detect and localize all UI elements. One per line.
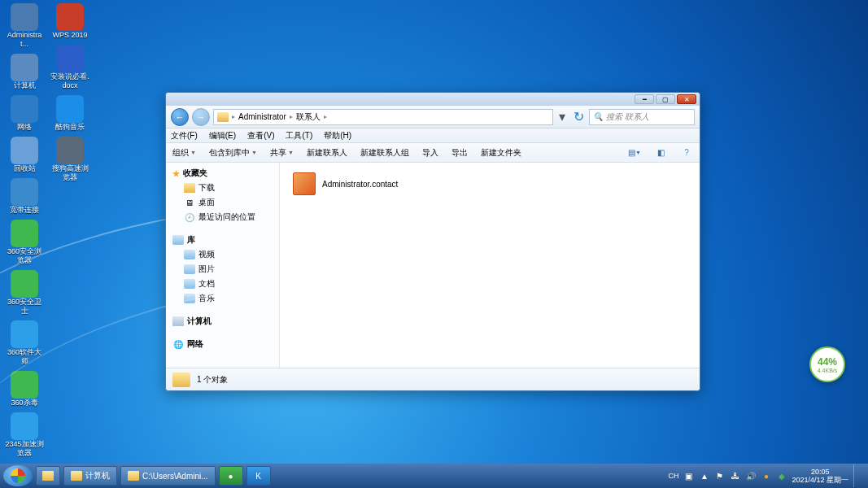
content-pane[interactable]: Administrator.contact [280,163,700,368]
new-group-button[interactable]: 新建联系人组 [360,147,409,159]
flag-icon[interactable]: ⚑ [714,471,725,481]
desktop-icon[interactable]: 网络 [5,95,44,132]
2345-icon [11,412,38,440]
share-button[interactable]: 共享▼ [270,147,294,159]
desktop-icon-label: 360安全浏览器 [5,247,44,265]
close-button[interactable]: ✕ [677,94,696,104]
maximize-button[interactable]: ▢ [656,94,675,104]
nav-bar: ← → ▸ Administrator ▸ 联系人 ▸ ▾ ↻ 🔍 搜索 联系人 [166,106,700,129]
desktop-icon-label: 360安全卫士 [5,298,44,316]
desktop-icon[interactable]: 360杀毒 [5,371,44,407]
sidebar-item-videos[interactable]: 视频 [166,247,279,262]
network-group[interactable]: 🌐网络 [166,337,279,351]
clock[interactable]: 20:05 2021/4/12 星期一 [792,468,848,484]
desktop-icon[interactable]: 360安全浏览器 [5,220,44,265]
libraries-group[interactable]: 库 [166,233,279,247]
desktop-icon-label: 回收站 [14,164,36,173]
taskbar-item-app[interactable]: ● [219,466,243,486]
show-desktop-button[interactable] [853,464,861,487]
export-button[interactable]: 导出 [451,147,468,159]
back-button[interactable]: ← [171,108,189,126]
desktop-icon[interactable]: 搜狗高速浏览器 [50,137,89,182]
file-item[interactable]: Administrator.contact [291,171,688,197]
network-tray-icon[interactable]: 🖧 [730,471,740,481]
explorer-window: ━ ▢ ✕ ← → ▸ Administrator ▸ 联系人 ▸ ▾ ↻ 🔍 … [165,92,700,391]
minimize-button[interactable]: ━ [635,94,654,104]
include-lib-button[interactable]: 包含到库中▼ [209,147,257,159]
wps-icon [56,3,84,31]
menu-help[interactable]: 帮助(H) [324,130,351,142]
desktop-icon-label: 安装说必看.docx [50,72,89,90]
import-button[interactable]: 导入 [422,147,438,159]
desktop-icon[interactable]: 回收站 [5,137,44,173]
sidebar-item-documents[interactable]: 文档 [166,277,279,291]
360s-icon [11,270,38,298]
desktop-icon[interactable]: 2345加速浏览器 [5,412,44,458]
preview-pane-button[interactable]: ◧ [654,146,667,159]
menu-view[interactable]: 查看(V) [247,130,274,142]
view-options-button[interactable]: ▤▼ [628,146,641,159]
command-bar: 组织▼ 包含到库中▼ 共享▼ 新建联系人 新建联系人组 导入 导出 新建文件夹 … [166,143,700,163]
doc-icon [56,45,84,72]
volume-icon[interactable]: 🔊 [745,471,756,481]
document-icon [184,279,195,289]
pinned-explorer[interactable] [36,466,60,486]
star-icon: ★ [172,169,180,178]
desktop-icon-label: 2345加速浏览器 [5,440,44,458]
refresh-button[interactable]: ↻ [571,110,586,124]
menu-tools[interactable]: 工具(T) [286,130,312,142]
desktop-icon[interactable]: WPS 2019 [50,3,89,40]
desktop-icon[interactable]: 360安全卫士 [5,270,44,316]
computer-group[interactable]: 计算机 [166,314,279,329]
sidebar-item-recent[interactable]: 🕘最近访问的位置 [166,210,279,224]
network-icon: 🌐 [172,339,184,349]
sidebar-item-downloads[interactable]: 下载 [166,181,279,195]
taskbar-item-kugou[interactable]: K [246,466,271,486]
address-bar[interactable]: ▸ Administrator ▸ 联系人 ▸ [213,109,553,125]
separator-icon: ▸ [290,113,293,120]
search-icon: 🔍 [593,112,603,121]
menu-file[interactable]: 文件(F) [171,130,198,142]
search-input[interactable]: 🔍 搜索 联系人 [589,109,695,125]
forward-button[interactable]: → [192,108,210,126]
organize-button[interactable]: 组织▼ [172,147,196,159]
titlebar[interactable]: ━ ▢ ✕ [166,93,700,106]
separator-icon: ▸ [232,113,235,120]
desktop-icon[interactable]: 安装说必看.docx [50,45,89,90]
new-folder-button[interactable]: 新建文件夹 [481,147,521,159]
sidebar-item-music[interactable]: 音乐 [166,291,279,306]
help-button[interactable]: ? [680,146,693,159]
tray-icon[interactable]: ● [761,471,771,481]
taskbar-item-explorer[interactable]: C:\Users\Admini... [120,466,216,486]
desktop-icon-label: 360杀毒 [11,399,37,407]
folder-icon [217,112,229,122]
desktop-icon-label: 宽带连接 [10,206,39,215]
desktop-icon[interactable]: 计算机 [5,54,44,90]
windows-logo-icon [11,468,25,483]
taskbar-item-computer[interactable]: 计算机 [63,466,117,486]
start-button[interactable] [3,465,33,486]
address-dropdown[interactable]: ▾ [556,109,568,124]
sidebar-item-pictures[interactable]: 图片 [166,262,279,277]
ime-indicator[interactable]: CH [668,472,678,480]
desktop-icon: 🖥 [184,198,195,207]
menu-edit[interactable]: 编辑(E) [209,130,236,142]
folder-icon [71,471,82,481]
favorites-group[interactable]: ★收藏夹 [166,166,279,181]
computer-icon [172,316,184,326]
desktop: Administrat...计算机网络回收站宽带连接360安全浏览器360安全卫… [5,3,89,458]
tray-expand-icon[interactable]: ▲ [699,471,709,481]
recent-icon: 🕘 [184,212,195,222]
desktop-icon[interactable]: 酷狗音乐 [50,95,89,132]
net-icon [11,95,38,123]
sidebar-item-desktop[interactable]: 🖥桌面 [166,195,279,210]
tray-icon[interactable]: ◆ [776,471,787,481]
breadcrumb-seg[interactable]: 联系人 [296,111,321,123]
new-contact-button[interactable]: 新建联系人 [307,147,347,159]
tray-icon[interactable]: ▣ [683,471,694,481]
battery-widget[interactable]: 44% 4.4KB/s [809,346,845,382]
desktop-icon[interactable]: 宽带连接 [5,178,44,215]
desktop-icon[interactable]: Administrat... [5,3,44,49]
breadcrumb-seg[interactable]: Administrator [238,112,286,121]
desktop-icon[interactable]: 360软件大师 [5,320,44,366]
